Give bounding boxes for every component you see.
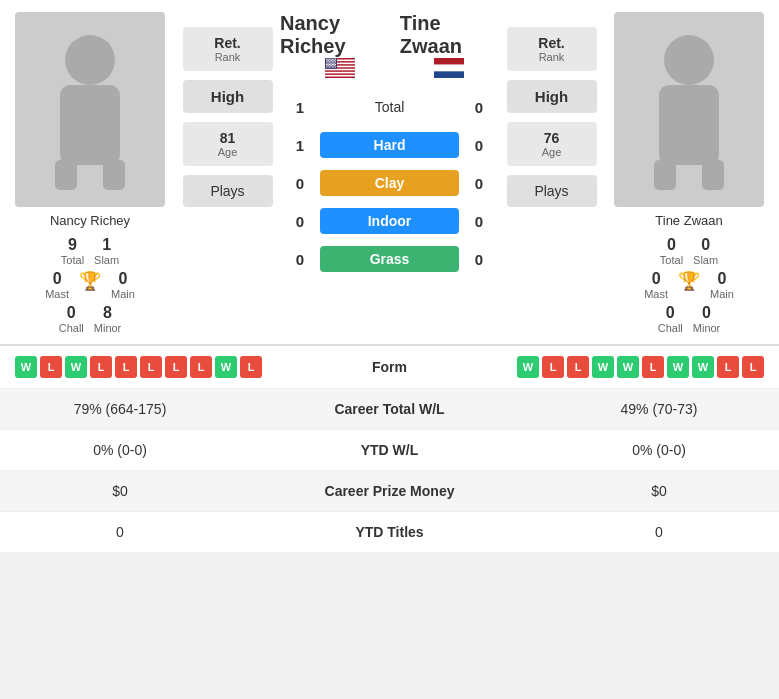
player1-form-badges: WLWLLLLLWL — [15, 356, 262, 378]
player2-slam-label: Slam — [693, 254, 718, 266]
svg-rect-9 — [325, 72, 355, 74]
player1-column: Nancy Richey 9 Total 1 Slam 0 Mast — [5, 12, 175, 334]
svg-point-15 — [330, 59, 331, 60]
player1-mast-stat: 0 Mast — [45, 270, 69, 300]
player2-minor-label: Minor — [693, 322, 721, 334]
center-section: Nancy Richey — [280, 12, 499, 334]
form-badge-l: L — [165, 356, 187, 378]
player2-stats-row1: 0 Total 0 Slam — [660, 236, 718, 266]
us-flag-icon — [325, 58, 355, 78]
svg-point-46 — [328, 65, 329, 66]
player2-rank-value: Ret. — [527, 35, 577, 51]
svg-rect-59 — [434, 65, 464, 72]
svg-point-36 — [333, 63, 334, 64]
svg-point-37 — [334, 63, 335, 64]
player1-trophy-icon: 🏆 — [79, 270, 101, 300]
player2-plays-label: Plays — [507, 175, 597, 207]
svg-point-30 — [333, 61, 334, 62]
p2-hard-score: 0 — [459, 137, 499, 154]
player1-stats-row3: 0 Chall 8 Minor — [59, 304, 122, 334]
svg-point-0 — [65, 35, 115, 85]
svg-point-21 — [330, 60, 331, 61]
player2-mast-stat: 0 Mast — [644, 270, 668, 300]
player1-total-value: 9 — [68, 236, 77, 254]
top-section: Nancy Richey 9 Total 1 Slam 0 Mast — [0, 0, 779, 344]
svg-point-41 — [330, 64, 331, 65]
player2-minor-value: 0 — [702, 304, 711, 322]
player2-rank-label: Rank — [527, 51, 577, 63]
scores-section: 1 Total 0 1 Hard 0 0 — [280, 90, 499, 280]
p1-titles: 0 — [20, 524, 220, 540]
svg-point-19 — [327, 60, 328, 61]
svg-point-52 — [327, 66, 328, 67]
player2-slam-value: 0 — [701, 236, 710, 254]
svg-point-32 — [327, 63, 328, 64]
svg-point-45 — [327, 65, 328, 66]
form-badge-w: W — [65, 356, 87, 378]
svg-point-12 — [326, 59, 327, 60]
form-badge-w: W — [15, 356, 37, 378]
career-wl-row: 79% (664-175) Career Total W/L 49% (70-7… — [0, 388, 779, 429]
p1-prize: $0 — [20, 483, 220, 499]
player1-stats-row1: 9 Total 1 Slam — [61, 236, 119, 266]
player1-chall-label: Chall — [59, 322, 84, 334]
p1-total-score: 1 — [280, 99, 320, 116]
player2-header: Tine Zwaan — [400, 12, 499, 82]
total-label: Total — [375, 99, 405, 115]
player2-main-value: 0 — [717, 270, 726, 288]
player2-rank-box: Ret. Rank — [507, 27, 597, 71]
player1-mast-label: Mast — [45, 288, 69, 300]
player2-age-value: 76 — [527, 130, 577, 146]
form-badge-w: W — [215, 356, 237, 378]
nl-flag-icon — [434, 58, 464, 78]
svg-point-56 — [333, 66, 334, 67]
svg-point-27 — [329, 61, 330, 62]
player1-total-label: Total — [61, 254, 84, 266]
svg-point-16 — [332, 59, 333, 60]
player1-age-box: 81 Age — [183, 122, 273, 166]
svg-point-55 — [332, 66, 333, 67]
player2-photo — [614, 12, 764, 207]
player2-chall-stat: 0 Chall — [658, 304, 683, 334]
player2-name-label: Tine Zwaan — [655, 213, 722, 228]
svg-rect-64 — [702, 160, 724, 190]
player2-total-label: Total — [660, 254, 683, 266]
form-badge-l: L — [140, 356, 162, 378]
svg-point-43 — [333, 64, 334, 65]
svg-point-23 — [333, 60, 334, 61]
career-wl-label: Career Total W/L — [220, 401, 559, 417]
player2-column: Tine Zwaan 0 Total 0 Slam 0 Mast — [604, 12, 774, 334]
form-badge-l: L — [90, 356, 112, 378]
ytd-wl-row: 0% (0-0) YTD W/L 0% (0-0) — [0, 429, 779, 470]
player2-age-box: 76 Age — [507, 122, 597, 166]
svg-point-17 — [333, 59, 334, 60]
svg-point-57 — [335, 66, 336, 67]
form-badge-w: W — [667, 356, 689, 378]
player1-slam-label: Slam — [94, 254, 119, 266]
p2-total-score: 0 — [459, 99, 499, 116]
svg-point-31 — [335, 61, 336, 62]
player1-main-value: 0 — [118, 270, 127, 288]
p1-career-wl: 79% (664-175) — [20, 401, 220, 417]
player1-chall-value: 0 — [67, 304, 76, 322]
svg-point-54 — [330, 66, 331, 67]
form-badge-l: L — [115, 356, 137, 378]
form-badge-w: W — [592, 356, 614, 378]
form-badge-l: L — [240, 356, 262, 378]
form-badge-l: L — [542, 356, 564, 378]
svg-rect-63 — [654, 160, 676, 190]
player1-minor-value: 8 — [103, 304, 112, 322]
player1-header: Nancy Richey — [280, 12, 400, 82]
form-badge-l: L — [567, 356, 589, 378]
titles-row: 0 YTD Titles 0 — [0, 511, 779, 552]
player2-minor-stat: 0 Minor — [693, 304, 721, 334]
svg-point-34 — [330, 63, 331, 64]
svg-point-42 — [332, 64, 333, 65]
indoor-badge: Indoor — [320, 208, 459, 234]
player2-main-stat: 0 Main — [710, 270, 734, 300]
form-section: WLWLLLLLWL Form WLLWWLWWLL — [0, 344, 779, 388]
player1-main-stat: 0 Main — [111, 270, 135, 300]
svg-point-18 — [335, 59, 336, 60]
player1-rank-value: Ret. — [203, 35, 253, 51]
p1-indoor-score: 0 — [280, 213, 320, 230]
